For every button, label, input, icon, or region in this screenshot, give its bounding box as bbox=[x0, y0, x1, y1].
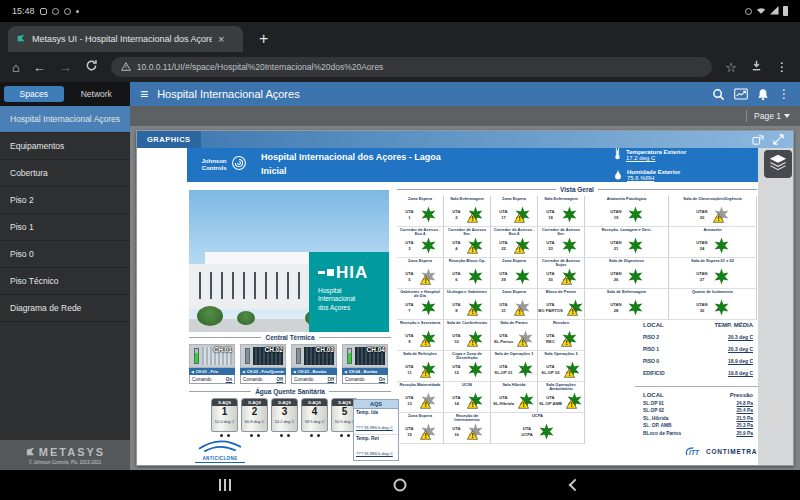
uta-cell-utan-26[interactable]: Sala de DigestivosUTAN26 bbox=[585, 258, 669, 289]
sidebar-item-piso-2[interactable]: Piso 2 bbox=[0, 187, 130, 214]
chiller-title-bar[interactable]: ◀CH.02 - Frio/Quente bbox=[240, 368, 286, 375]
aqs-tank-3[interactable]: D.AQS354.2 deg C bbox=[271, 398, 298, 437]
uta-cell-uta-sl-op-02[interactable]: Sala Operações 2UTASL.OP 02! bbox=[538, 351, 585, 382]
row-value[interactable]: 25.3 Pa bbox=[736, 423, 753, 428]
uta-cell-uta-31[interactable]: Zona EsperaUTA31! bbox=[491, 289, 538, 320]
search-icon[interactable] bbox=[712, 88, 725, 101]
uta-cell-uta-30[interactable]: Corredor de Acesso SujosUTA30! bbox=[538, 258, 585, 289]
forward-icon[interactable]: → bbox=[59, 61, 72, 74]
reload-icon[interactable] bbox=[85, 58, 98, 76]
uta-cell-utan-19[interactable]: Anatomia PatológicaUTAN19 bbox=[585, 196, 669, 227]
uta-cell-uta-22[interactable]: Corredor de Acesso - Eco 4UTA22! bbox=[491, 227, 538, 258]
tab-close-icon[interactable]: × bbox=[218, 33, 224, 45]
recents-icon[interactable] bbox=[219, 479, 231, 491]
bookmark-icon[interactable]: ☆ bbox=[725, 61, 737, 74]
uta-cell-uta-4[interactable]: Corredor de Acesso Ser.UTA4! bbox=[444, 227, 491, 258]
aqs-tank-2[interactable]: D.AQS260.8 deg C bbox=[241, 398, 268, 437]
uta-cell-utan-20[interactable]: Sala de Observações/UrgênciaUTAN20! bbox=[669, 196, 757, 227]
row-value[interactable]: 19.8 deg C bbox=[728, 370, 753, 376]
uta-cell-uta-sl-op-01[interactable]: Sala de Operações 1UTASL.OP 01 bbox=[491, 351, 538, 382]
tab-spaces[interactable]: Spaces bbox=[4, 86, 64, 102]
alarm-bell-icon[interactable] bbox=[757, 88, 769, 101]
uta-cell-uta-1[interactable]: Zona EsperaUTA1 bbox=[397, 196, 444, 227]
aqs-tank-1[interactable]: D.AQS151.0 deg C bbox=[211, 398, 238, 437]
uta-cell-uta-18[interactable]: Sala EnfermagemUTA18 bbox=[538, 196, 585, 227]
sidebar-item-diagrama-de-rede[interactable]: Diagrama de Rede bbox=[0, 295, 130, 322]
url-bar[interactable]: 10.0.0.11/UI/#/space/Hospital%20Internac… bbox=[111, 57, 712, 77]
download-icon[interactable] bbox=[750, 58, 763, 76]
uta-cell-uta-9[interactable]: Receção e SecretariaUTA9! bbox=[397, 320, 444, 351]
back-chevron-icon[interactable] bbox=[569, 479, 582, 492]
row-value[interactable]: 18.9 deg C bbox=[728, 358, 753, 364]
uta-cell-uta-5[interactable]: Zona EsperaUTA5! bbox=[397, 258, 444, 289]
uta-cell-uta-3[interactable]: Corredor de Acesso - Eco 4UTA3 bbox=[397, 227, 444, 258]
uta-cell-uta-2[interactable]: Sala EnfermagemUTA2! bbox=[444, 196, 491, 227]
row-value[interactable]: 25.4 Pa bbox=[736, 408, 753, 413]
browser-tab[interactable]: Metasys UI - Hospital Internacional dos … bbox=[8, 26, 243, 52]
uta-cell-uta-11[interactable]: Sala de RefeiçõesUTA11! bbox=[397, 351, 444, 382]
row-label: PISO 0 bbox=[643, 358, 659, 364]
uta-cell-utan-32[interactable]: Quarto de IsolamentoUTAN32 bbox=[669, 289, 757, 320]
popout-icon[interactable] bbox=[752, 131, 764, 149]
sidebar-item-cobertura[interactable]: Cobertura bbox=[0, 160, 130, 187]
uta-cell-uta-23[interactable]: Corredor de Acesso Ser.UTA23 bbox=[538, 227, 585, 258]
uta-cell-uta-17[interactable]: Zona EsperaUTA17! bbox=[491, 196, 538, 227]
uta-cell-uta-14[interactable]: UCINUTA14! bbox=[444, 382, 491, 413]
uta-cell-uta-13[interactable]: Receção MaternidadeUTA13! bbox=[397, 382, 444, 413]
aqs-tank-4[interactable]: D.AQS458.9 deg C bbox=[301, 398, 328, 437]
uta-cell-utan-24[interactable]: ArmazémUTAN24 bbox=[669, 227, 757, 258]
home-circle-icon[interactable] bbox=[394, 479, 407, 492]
new-tab-button[interactable]: + bbox=[259, 31, 268, 47]
uta-cell-uta-sl-hibrida[interactable]: Sala HíbridaUTASL.Híbrida! bbox=[491, 382, 538, 413]
row-value[interactable]: 25.9 Pa bbox=[736, 431, 753, 436]
tab-network[interactable]: Network bbox=[67, 86, 127, 102]
home-icon[interactable]: ⌂ bbox=[12, 61, 20, 74]
uta-cell-uta-10[interactable]: Sala de ConferênciasUTA10! bbox=[444, 320, 491, 351]
sidebar-item-hospital-internacional-acores[interactable]: Hospital Internacional Açores bbox=[0, 106, 130, 133]
row-value[interactable]: 20.3 deg C bbox=[728, 334, 753, 340]
header-menu-icon[interactable]: ⋮ bbox=[778, 87, 790, 101]
uta-cell-uta-sl-partos[interactable]: Sala de PartosUTASL.Partos! bbox=[491, 320, 538, 351]
uta-cell-uta-8[interactable]: Urologia e GabinetesUTA8! bbox=[444, 289, 491, 320]
expand-icon[interactable] bbox=[773, 131, 784, 149]
sidebar-item-piso-0[interactable]: Piso 0 bbox=[0, 241, 130, 268]
uta-cell-uta-bo-partos[interactable]: Bloco de PartosUTABO PARTOS! bbox=[538, 289, 585, 320]
env-value[interactable]: 17.2 deg C bbox=[626, 155, 686, 161]
browser-menu-icon[interactable]: ⋮ bbox=[776, 61, 788, 73]
uta-cell-utan-21[interactable]: Receção, Lavagem e Desi.UTAN21 bbox=[585, 227, 669, 258]
row-value[interactable]: 21.5 Pa bbox=[736, 416, 753, 421]
sidebar-item-equipamentos[interactable]: Equipamentos bbox=[0, 133, 130, 160]
uta-cell-uta-12[interactable]: Copa e Zona de DesinfeçãoUTA12 bbox=[444, 351, 491, 382]
chiller-title-bar[interactable]: ◀CH.01 - Frio bbox=[189, 368, 235, 375]
sidebar-item-piso-1[interactable]: Piso 1 bbox=[0, 214, 130, 241]
page-selector[interactable]: Page 1 bbox=[754, 111, 790, 121]
uta-cell-uta-6[interactable]: Receção Bloco Op.UTA6 bbox=[444, 258, 491, 289]
aqs-row-value[interactable]: ??? 91,886.6 deg C bbox=[356, 451, 393, 456]
uta-cell-uta-15[interactable]: Zona EsperaUTA15! bbox=[397, 413, 444, 444]
uta-cell-uta-7[interactable]: Gabinetes e Hospital de DiaUTA7 bbox=[397, 289, 444, 320]
aqs-row-value[interactable]: ??? 91,886.6 deg C bbox=[356, 425, 393, 430]
chiller-title-bar[interactable]: ◀CH.04 - Bomba bbox=[342, 368, 388, 375]
uta-cell-uta-16[interactable]: Receção de InternamentoUTA16! bbox=[444, 413, 491, 444]
row-value[interactable]: 20.3 deg C bbox=[728, 346, 753, 352]
site-warning-icon[interactable] bbox=[121, 62, 131, 73]
uta-cell-utan-28[interactable]: Sala de EnfermagemUTAN28 bbox=[585, 289, 669, 320]
uta-cell-uta-29[interactable]: Zona EsperaUTA29 bbox=[491, 258, 538, 289]
command-value[interactable]: On bbox=[379, 377, 385, 382]
chiller-title-bar[interactable]: ◀CH.03 - Bomba bbox=[291, 368, 337, 375]
layers-button[interactable] bbox=[764, 150, 792, 178]
menu-icon[interactable]: ≡ bbox=[140, 87, 148, 101]
sidebar-item-piso-tecnico[interactable]: Piso Técnico bbox=[0, 268, 130, 295]
back-icon[interactable]: ← bbox=[33, 61, 46, 74]
uta-cell-uta-ucpa[interactable]: UCPAUTAUCPA bbox=[491, 413, 585, 444]
uta-cell-uta-rec[interactable]: RecobroUTAREC! bbox=[538, 320, 585, 351]
chiller-ch-03: CH.03◀CH.03 - BombaComandoOff bbox=[291, 344, 337, 384]
command-value[interactable]: Off bbox=[328, 377, 335, 382]
env-value[interactable]: 75.6 %RH bbox=[627, 175, 680, 181]
command-value[interactable]: On bbox=[226, 377, 232, 382]
trend-icon[interactable] bbox=[734, 88, 748, 100]
uta-cell-utan-27[interactable]: Sala de Espera 01 e 02UTAN27 bbox=[669, 258, 757, 289]
command-value[interactable]: Off bbox=[277, 377, 284, 382]
row-value[interactable]: 24.8 Pa bbox=[736, 401, 753, 406]
uta-cell-uta-sl-op-amb[interactable]: Sala Operações AmbulatórioUTASL.OP AMB! bbox=[538, 382, 585, 413]
